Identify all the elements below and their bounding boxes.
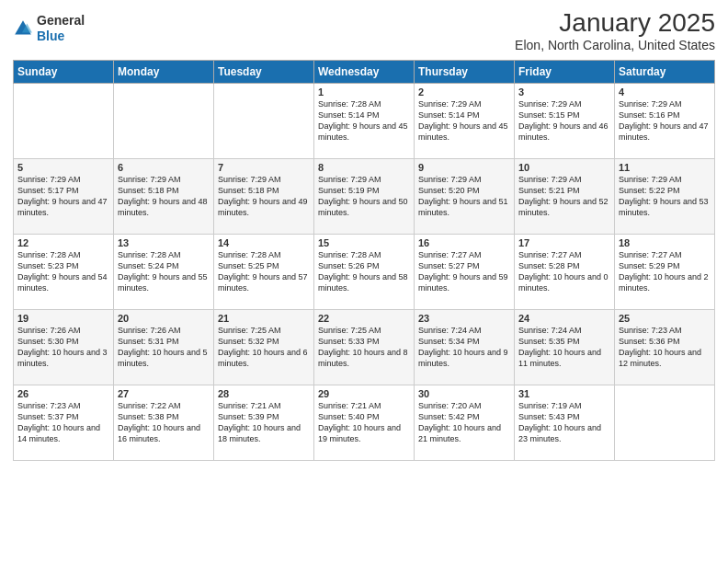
calendar-cell: 14Sunrise: 7:28 AM Sunset: 5:25 PM Dayli… — [214, 234, 314, 309]
day-info: Sunrise: 7:27 AM Sunset: 5:27 PM Dayligh… — [418, 249, 510, 294]
day-info: Sunrise: 7:28 AM Sunset: 5:25 PM Dayligh… — [218, 249, 310, 294]
calendar-day-header: Saturday — [615, 60, 715, 83]
calendar-cell: 15Sunrise: 7:28 AM Sunset: 5:26 PM Dayli… — [314, 234, 415, 309]
day-number: 17 — [518, 237, 610, 248]
day-number: 29 — [318, 388, 410, 399]
day-info: Sunrise: 7:24 AM Sunset: 5:35 PM Dayligh… — [518, 325, 610, 370]
day-number: 10 — [518, 162, 610, 173]
calendar-cell: 20Sunrise: 7:26 AM Sunset: 5:31 PM Dayli… — [114, 309, 214, 385]
day-info: Sunrise: 7:23 AM Sunset: 5:37 PM Dayligh… — [17, 400, 109, 445]
day-number: 8 — [318, 162, 410, 173]
day-info: Sunrise: 7:25 AM Sunset: 5:33 PM Dayligh… — [318, 325, 410, 370]
page-subtitle: Elon, North Carolina, United States — [515, 38, 715, 52]
title-block: January 2025 Elon, North Carolina, Unite… — [515, 9, 715, 52]
calendar-cell: 18Sunrise: 7:27 AM Sunset: 5:29 PM Dayli… — [615, 234, 715, 309]
day-number: 11 — [619, 162, 711, 173]
calendar-day-header: Sunday — [14, 60, 114, 83]
calendar-cell: 8Sunrise: 7:29 AM Sunset: 5:19 PM Daylig… — [314, 158, 415, 234]
calendar-week-row: 19Sunrise: 7:26 AM Sunset: 5:30 PM Dayli… — [14, 309, 715, 385]
day-info: Sunrise: 7:21 AM Sunset: 5:39 PM Dayligh… — [218, 400, 310, 445]
day-number: 24 — [518, 313, 610, 324]
day-info: Sunrise: 7:28 AM Sunset: 5:24 PM Dayligh… — [118, 249, 210, 294]
day-number: 16 — [418, 237, 510, 248]
calendar-header-row: SundayMondayTuesdayWednesdayThursdayFrid… — [14, 60, 715, 83]
calendar-week-row: 26Sunrise: 7:23 AM Sunset: 5:37 PM Dayli… — [14, 385, 715, 460]
day-number: 18 — [619, 237, 711, 248]
calendar-day-header: Tuesday — [214, 60, 314, 83]
day-number: 12 — [17, 237, 109, 248]
day-info: Sunrise: 7:25 AM Sunset: 5:32 PM Dayligh… — [218, 325, 310, 370]
calendar-table: SundayMondayTuesdayWednesdayThursdayFrid… — [13, 60, 715, 461]
logo-icon — [13, 18, 33, 39]
logo-text-blue: Blue — [37, 29, 85, 44]
calendar-cell: 10Sunrise: 7:29 AM Sunset: 5:21 PM Dayli… — [515, 158, 615, 234]
day-number: 9 — [418, 162, 510, 173]
calendar-cell: 26Sunrise: 7:23 AM Sunset: 5:37 PM Dayli… — [14, 385, 114, 460]
calendar-cell: 11Sunrise: 7:29 AM Sunset: 5:22 PM Dayli… — [615, 158, 715, 234]
calendar-cell: 25Sunrise: 7:23 AM Sunset: 5:36 PM Dayli… — [615, 309, 715, 385]
calendar-cell: 31Sunrise: 7:19 AM Sunset: 5:43 PM Dayli… — [515, 385, 615, 460]
calendar-cell: 12Sunrise: 7:28 AM Sunset: 5:23 PM Dayli… — [14, 234, 114, 309]
calendar-cell: 30Sunrise: 7:20 AM Sunset: 5:42 PM Dayli… — [415, 385, 515, 460]
day-number: 27 — [118, 388, 210, 399]
calendar-cell: 21Sunrise: 7:25 AM Sunset: 5:32 PM Dayli… — [214, 309, 314, 385]
calendar-cell — [14, 83, 114, 158]
calendar-day-header: Friday — [515, 60, 615, 83]
day-number: 14 — [218, 237, 310, 248]
day-info: Sunrise: 7:29 AM Sunset: 5:18 PM Dayligh… — [218, 174, 310, 219]
day-number: 2 — [418, 86, 510, 98]
day-number: 19 — [17, 313, 109, 324]
day-info: Sunrise: 7:28 AM Sunset: 5:14 PM Dayligh… — [318, 98, 410, 144]
calendar-cell: 19Sunrise: 7:26 AM Sunset: 5:30 PM Dayli… — [14, 309, 114, 385]
calendar-cell: 29Sunrise: 7:21 AM Sunset: 5:40 PM Dayli… — [314, 385, 415, 460]
calendar-cell: 1Sunrise: 7:28 AM Sunset: 5:14 PM Daylig… — [314, 83, 415, 158]
day-info: Sunrise: 7:29 AM Sunset: 5:18 PM Dayligh… — [118, 174, 210, 219]
day-number: 1 — [318, 86, 410, 98]
logo-text-general: General — [37, 13, 85, 29]
day-info: Sunrise: 7:20 AM Sunset: 5:42 PM Dayligh… — [418, 400, 510, 445]
day-number: 22 — [318, 313, 410, 324]
day-info: Sunrise: 7:29 AM Sunset: 5:21 PM Dayligh… — [518, 174, 610, 219]
calendar-cell: 28Sunrise: 7:21 AM Sunset: 5:39 PM Dayli… — [214, 385, 314, 460]
calendar-cell — [114, 83, 214, 158]
day-info: Sunrise: 7:29 AM Sunset: 5:20 PM Dayligh… — [418, 174, 510, 219]
day-info: Sunrise: 7:27 AM Sunset: 5:29 PM Dayligh… — [619, 249, 711, 294]
calendar-cell: 6Sunrise: 7:29 AM Sunset: 5:18 PM Daylig… — [114, 158, 214, 234]
day-number: 26 — [17, 388, 109, 399]
calendar-day-header: Wednesday — [314, 60, 415, 83]
calendar-cell: 7Sunrise: 7:29 AM Sunset: 5:18 PM Daylig… — [214, 158, 314, 234]
day-number: 20 — [118, 313, 210, 324]
day-number: 7 — [218, 162, 310, 173]
calendar-cell: 13Sunrise: 7:28 AM Sunset: 5:24 PM Dayli… — [114, 234, 214, 309]
day-info: Sunrise: 7:21 AM Sunset: 5:40 PM Dayligh… — [318, 400, 410, 445]
day-number: 31 — [518, 388, 610, 399]
day-info: Sunrise: 7:29 AM Sunset: 5:22 PM Dayligh… — [619, 174, 711, 219]
day-number: 23 — [418, 313, 510, 324]
day-number: 6 — [118, 162, 210, 173]
calendar-cell: 22Sunrise: 7:25 AM Sunset: 5:33 PM Dayli… — [314, 309, 415, 385]
day-info: Sunrise: 7:29 AM Sunset: 5:16 PM Dayligh… — [619, 98, 711, 144]
day-number: 13 — [118, 237, 210, 248]
calendar-cell — [615, 385, 715, 460]
calendar-cell: 5Sunrise: 7:29 AM Sunset: 5:17 PM Daylig… — [14, 158, 114, 234]
calendar-cell: 23Sunrise: 7:24 AM Sunset: 5:34 PM Dayli… — [415, 309, 515, 385]
day-info: Sunrise: 7:19 AM Sunset: 5:43 PM Dayligh… — [518, 400, 610, 445]
day-info: Sunrise: 7:29 AM Sunset: 5:15 PM Dayligh… — [518, 98, 610, 144]
calendar-day-header: Thursday — [415, 60, 515, 83]
day-info: Sunrise: 7:24 AM Sunset: 5:34 PM Dayligh… — [418, 325, 510, 370]
day-info: Sunrise: 7:23 AM Sunset: 5:36 PM Dayligh… — [619, 325, 711, 370]
day-number: 28 — [218, 388, 310, 399]
day-info: Sunrise: 7:29 AM Sunset: 5:19 PM Dayligh… — [318, 174, 410, 219]
day-number: 4 — [619, 86, 711, 98]
page: General Blue January 2025 Elon, North Ca… — [0, 0, 728, 563]
calendar-week-row: 1Sunrise: 7:28 AM Sunset: 5:14 PM Daylig… — [14, 83, 715, 158]
page-title: January 2025 — [515, 9, 715, 38]
calendar-day-header: Monday — [114, 60, 214, 83]
day-info: Sunrise: 7:28 AM Sunset: 5:23 PM Dayligh… — [17, 249, 109, 294]
calendar-week-row: 5Sunrise: 7:29 AM Sunset: 5:17 PM Daylig… — [14, 158, 715, 234]
calendar-cell: 3Sunrise: 7:29 AM Sunset: 5:15 PM Daylig… — [515, 83, 615, 158]
day-number: 30 — [418, 388, 510, 399]
calendar-week-row: 12Sunrise: 7:28 AM Sunset: 5:23 PM Dayli… — [14, 234, 715, 309]
day-info: Sunrise: 7:29 AM Sunset: 5:17 PM Dayligh… — [17, 174, 109, 219]
day-info: Sunrise: 7:26 AM Sunset: 5:31 PM Dayligh… — [118, 325, 210, 370]
